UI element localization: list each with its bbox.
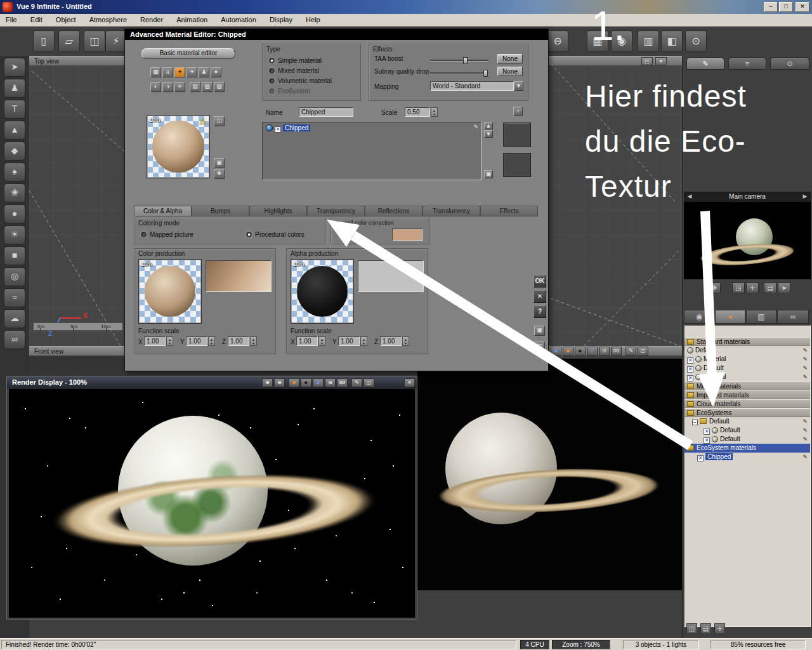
ecosystem-parent-item[interactable]: −Default ✎ <box>684 417 810 426</box>
quick-render-icon[interactable]: ⚡ <box>105 30 127 52</box>
checker-icon[interactable]: ▦ <box>150 67 161 77</box>
alpha-production-preview[interactable]: 10m <box>291 259 354 324</box>
material-group-cloud[interactable]: Cloud materials <box>684 399 810 408</box>
alpha-z-spinner[interactable]: ▲▼ <box>402 336 409 346</box>
square-orange-icon[interactable]: ■ <box>563 347 573 355</box>
grid-icon[interactable]: ▤ <box>190 82 200 92</box>
paint-tools-tab[interactable]: ✎ <box>686 57 724 70</box>
tab-color-alpha[interactable]: Color & Alpha <box>134 206 192 216</box>
tool-plant[interactable]: ❀ <box>4 183 25 202</box>
sun-icon[interactable]: ☀ <box>187 67 197 77</box>
alpha-y-spinner[interactable]: ▲▼ <box>360 336 367 346</box>
z-buffer-icon[interactable]: Z <box>587 347 598 355</box>
pan-icon[interactable]: ✥ <box>708 282 721 293</box>
color-z-input[interactable] <box>228 336 249 346</box>
radio-simple-material[interactable]: Simple material <box>269 57 322 64</box>
radio-volumetric-material[interactable]: Volumetric material <box>269 77 332 84</box>
edit-pencil-icon[interactable]: ✎ <box>802 453 808 461</box>
material-checkbox-icon[interactable]: ✕ <box>687 366 693 373</box>
edit-pencil-icon[interactable]: ✎ <box>802 347 808 355</box>
alpha-x-spinner[interactable]: ▲▼ <box>318 336 325 346</box>
zoom-in-icon[interactable]: ⊕ <box>262 378 273 387</box>
save-render-icon[interactable]: ◫ <box>363 378 374 387</box>
help-button[interactable]: ? <box>534 305 546 318</box>
preview-options-icon[interactable]: ✚ <box>214 169 225 179</box>
subray-slider[interactable] <box>430 72 488 74</box>
edit-render-icon[interactable]: ✎ <box>351 378 362 387</box>
material-layer-list[interactable]: ✕Chipped ✎ <box>262 122 481 180</box>
material-checkbox-icon[interactable]: ✕ <box>704 428 710 435</box>
next-camera-icon[interactable]: ▶ <box>801 192 809 201</box>
main-camera-view[interactable] <box>417 359 682 590</box>
menu-display[interactable]: Display <box>264 14 298 25</box>
tab-reflections[interactable]: Reflections <box>365 206 422 216</box>
edit-icon[interactable]: ✎ <box>625 347 636 355</box>
radio-mixed-material[interactable]: Mixed material <box>269 67 319 74</box>
basic-material-editor-button[interactable]: Basic material editor <box>141 48 235 59</box>
alpha-z-input[interactable] <box>380 336 402 346</box>
half-left-icon[interactable]: ◐ <box>150 82 161 92</box>
z-buffer-icon[interactable]: Z <box>313 378 324 387</box>
pin-preview-icon[interactable]: ▣ <box>214 158 225 168</box>
radio-dot[interactable] <box>141 232 147 237</box>
g-buffer-icon[interactable]: G <box>325 378 336 387</box>
render-display-title[interactable]: Render Display - 100% ⊕ ⊖ ■ ■ Z G 00 ✎ ◫… <box>7 376 417 389</box>
load-list-icon[interactable]: ▤ <box>700 623 711 634</box>
save-image-icon[interactable]: ◫ <box>638 347 648 355</box>
radio-dot[interactable] <box>269 68 275 74</box>
color-gradient-swatch[interactable] <box>206 260 272 292</box>
new-scene-icon[interactable]: ▯ <box>33 30 55 52</box>
menu-edit[interactable]: Edit <box>25 14 48 25</box>
material-checkbox-icon[interactable]: ✕ <box>704 437 710 444</box>
tab-bumps[interactable]: Bumps <box>192 206 249 216</box>
material-item-chipped[interactable]: ✕Chipped ✎ <box>684 453 810 461</box>
paint-icon[interactable]: ✦ <box>174 67 185 77</box>
tab-highlights[interactable]: Highlights <box>249 206 307 216</box>
library-tab[interactable]: ▥ <box>746 310 776 324</box>
material-group-ecosystems[interactable]: EcoSystems <box>684 408 810 417</box>
square-orange-icon[interactable]: ■ <box>289 378 299 387</box>
edit-pencil-icon[interactable]: ✎ <box>802 427 808 435</box>
menu-automation[interactable]: Automation <box>215 14 262 25</box>
links-tab[interactable]: ∞ <box>777 310 809 324</box>
tool-terrain[interactable]: ▲ <box>4 121 25 140</box>
nav-cross-icon[interactable]: ✛ <box>746 282 759 293</box>
square-dark-icon[interactable]: ■ <box>301 378 311 387</box>
tab-effects[interactable]: Effects <box>480 206 538 216</box>
layer-up-icon[interactable]: ▲ <box>484 122 493 129</box>
minimize-button[interactable]: – <box>764 2 778 12</box>
edit-pencil-icon[interactable]: ✎ <box>802 435 808 444</box>
material-item[interactable]: ✕Material ✎ <box>684 355 810 364</box>
material-item[interactable]: ✕Material ✎ <box>684 373 810 381</box>
scene-tab[interactable]: ◉ <box>684 310 714 324</box>
material-preview[interactable]: 10m ⚠ <box>147 115 210 178</box>
tool-figure[interactable]: ♟ <box>4 79 25 98</box>
subray-none-button[interactable]: None <box>497 67 523 76</box>
material-item[interactable]: Default ✎ <box>684 346 810 355</box>
tool-link[interactable]: ∞ <box>4 330 25 349</box>
materials-tab[interactable]: ● <box>715 310 745 324</box>
alpha-swatch[interactable] <box>358 260 424 292</box>
save-list-icon[interactable]: ◫ <box>686 623 697 634</box>
layer-row-chipped[interactable]: ✕Chipped <box>264 124 310 133</box>
hatch-a-icon[interactable]: ▨ <box>202 82 213 92</box>
cross-icon[interactable]: ✛ <box>174 82 185 92</box>
color-x-input[interactable] <box>144 336 166 346</box>
material-group-mixed[interactable]: Mixed materials <box>684 381 810 390</box>
camera-icon[interactable]: ⊙ <box>685 30 707 52</box>
zoom-indicator[interactable]: Zoom : 750% <box>552 640 610 649</box>
alpha-x-input[interactable] <box>296 336 318 346</box>
tool-cube[interactable]: ■ <box>4 246 25 265</box>
text-a-icon[interactable]: a <box>162 67 173 77</box>
menu-atmosphere[interactable]: Atmosphere <box>84 14 133 25</box>
zoom-out-icon[interactable]: ⊖ <box>274 378 285 387</box>
save-material-icon[interactable]: ◫ <box>534 342 545 352</box>
color-y-input[interactable] <box>186 336 207 346</box>
tool-rock[interactable]: ◆ <box>4 142 25 161</box>
tab-transparency[interactable]: Transparency <box>307 206 365 216</box>
view-mode-icon[interactable]: ◰ <box>641 57 653 65</box>
layer-copy-icon[interactable]: ▣ <box>484 170 493 178</box>
zoom-out-icon[interactable]: ⊖ <box>547 30 568 52</box>
material-checkbox-icon[interactable]: ✕ <box>687 357 693 364</box>
blue-panel-icon[interactable]: ■ <box>551 347 561 355</box>
